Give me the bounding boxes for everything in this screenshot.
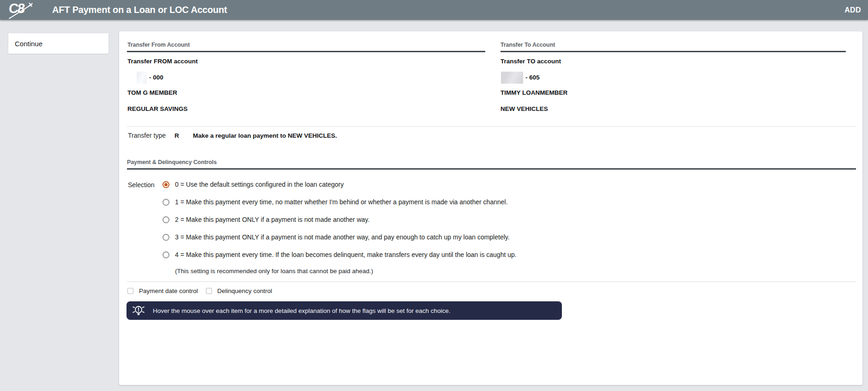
radio-button-4[interactable] — [163, 251, 169, 258]
radio-button-1[interactable] — [163, 199, 169, 206]
delinquency-control-checkbox[interactable] — [206, 288, 212, 294]
section-rule-transfer-from — [127, 51, 485, 52]
radio-button-0-selected[interactable] — [163, 181, 169, 188]
option-4-note: (This setting is recommended only for lo… — [175, 268, 373, 275]
selection-option-0[interactable]: 0 = Use the default settings configured … — [163, 176, 517, 193]
redacted-account-number — [137, 72, 147, 84]
section-rule-controls — [127, 168, 856, 170]
transfer-to-account-suffix: - 605 — [525, 74, 540, 81]
transfer-from-member-name: TOM G MEMBER — [127, 89, 177, 96]
selection-option-3-label[interactable]: 3 = Make this payment ONLY if a payment … — [175, 233, 510, 241]
transfer-type-row: Transfer type R Make a regular loan paym… — [128, 132, 337, 139]
transfer-to-member-name: TIMMY LOANMEMBER — [500, 89, 567, 96]
aft-form-card: Transfer From Account Transfer To Accoun… — [119, 31, 862, 385]
selection-option-3[interactable]: 3 = Make this payment ONLY if a payment … — [163, 228, 517, 246]
section-title-transfer-from: Transfer From Account — [127, 42, 190, 48]
selection-radio-group: 0 = Use the default settings configured … — [163, 176, 517, 263]
selection-option-2[interactable]: 2 = Make this payment ONLY if a payment … — [163, 211, 517, 228]
transfer-to-field-label: Transfer TO account — [500, 58, 561, 65]
continue-button[interactable]: Continue — [8, 33, 108, 54]
selection-option-2-label[interactable]: 2 = Make this payment ONLY if a payment … — [175, 216, 369, 223]
selection-option-4[interactable]: 4 = Make this payment every time. If the… — [163, 246, 517, 263]
radio-button-2[interactable] — [163, 216, 169, 223]
selection-option-4-label[interactable]: 4 = Make this payment every time. If the… — [175, 251, 517, 258]
transfer-from-account-type: REGULAR SAVINGS — [127, 105, 187, 112]
transfer-from-field-label: Transfer FROM account — [127, 58, 198, 65]
app-header: C8 × AFT Payment on a Loan or LOC Accoun… — [0, 0, 868, 20]
payment-date-control-checkbox[interactable] — [127, 288, 133, 294]
hint-banner: Hover the mouse over each item for a mor… — [127, 301, 562, 320]
selection-option-1[interactable]: 1 = Make this payment every time, no mat… — [163, 193, 517, 211]
section-rule-transfer-to — [500, 51, 846, 52]
delinquency-control-label[interactable]: Delinquency control — [217, 287, 272, 294]
selection-option-0-label[interactable]: 0 = Use the default settings configured … — [175, 181, 344, 188]
app-window: C8 × AFT Payment on a Loan or LOC Accoun… — [0, 0, 868, 391]
transfer-type-code: R — [175, 132, 179, 139]
transfer-to-account-row: - 605 — [501, 71, 540, 84]
redacted-account-number — [501, 72, 523, 84]
payment-date-control-label[interactable]: Payment date control — [139, 287, 198, 294]
lightbulb-icon — [132, 304, 145, 318]
radio-button-3[interactable] — [163, 234, 169, 241]
transfer-from-account-row: - 000 — [137, 71, 163, 84]
cbx-logo: C8 × — [7, 0, 36, 20]
divider — [127, 281, 856, 282]
divider — [127, 126, 856, 127]
flag-checkbox-row: Payment date control Delinquency control — [127, 287, 272, 295]
selection-option-1-label[interactable]: 1 = Make this payment every time, no mat… — [175, 198, 508, 206]
transfer-type-label: Transfer type — [128, 132, 166, 139]
add-mode-badge[interactable]: ADD — [844, 6, 861, 14]
transfer-type-description: Make a regular loan payment to NEW VEHIC… — [193, 132, 337, 139]
transfer-to-account-type: NEW VEHICLES — [500, 105, 548, 112]
section-title-transfer-to: Transfer To Account — [500, 42, 555, 48]
hint-text: Hover the mouse over each item for a mor… — [153, 307, 451, 314]
transfer-from-account-suffix: - 000 — [149, 74, 163, 81]
section-title-payment-delinquency-controls: Payment & Delinquency Controls — [127, 159, 217, 165]
page-title: AFT Payment on a Loan or LOC Account — [52, 5, 227, 15]
selection-label: Selection — [128, 181, 155, 189]
